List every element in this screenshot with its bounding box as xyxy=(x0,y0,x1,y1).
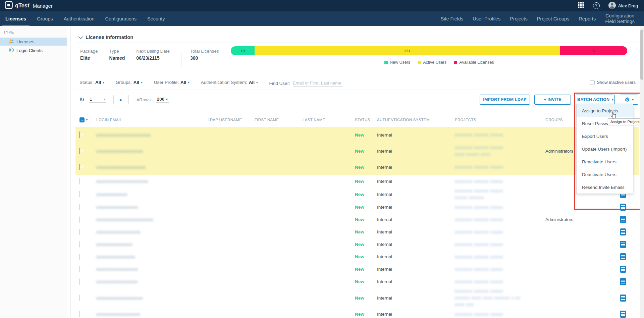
login-email-redacted[interactable]: xxxxxxxxxxxxxxxxxxxxxx xyxy=(96,217,208,222)
filter-user-profile[interactable]: User Profile:All▾ xyxy=(154,80,190,85)
login-email-redacted[interactable]: xxxxxxxxxxxxxxxx xyxy=(96,267,208,272)
row-menu-icon[interactable] xyxy=(620,253,626,260)
apps-grid-icon[interactable] xyxy=(578,2,584,10)
row-menu-icon[interactable] xyxy=(620,216,626,223)
filter-groups[interactable]: Groups:All▾ xyxy=(116,80,143,85)
row-checkbox[interactable] xyxy=(79,229,80,235)
login-email-redacted[interactable]: xxxxxxxxxxxx xyxy=(96,192,208,197)
nav-tab-project-groups[interactable]: Project Groups xyxy=(532,16,574,22)
login-email-redacted[interactable]: xxxxxxxxxxxxxxx xyxy=(96,254,208,259)
row-menu-icon[interactable] xyxy=(620,228,626,235)
settings-gear-button[interactable]: ⚙ ▾ xyxy=(620,95,638,105)
project-link-redacted[interactable]: xxxxxx xxxx xxxx xxxxxx x xx xyxy=(455,295,545,301)
project-link-redacted[interactable]: xxxxxxx xxxxxx xxxxx xyxy=(455,178,545,185)
help-icon[interactable]: ? xyxy=(593,2,600,9)
row-menu-icon[interactable] xyxy=(620,295,626,302)
nav-tab-groups[interactable]: Groups xyxy=(32,11,58,26)
login-email-redacted[interactable]: xxxxxxxxxxxxxxxxx xyxy=(96,312,208,317)
page-number-input[interactable] xyxy=(90,97,104,102)
row-checkbox[interactable] xyxy=(79,278,80,285)
vertical-scrollbar[interactable] xyxy=(640,26,644,318)
row-menu-icon[interactable] xyxy=(620,266,626,273)
sidebar-item-licenses[interactable]: Licenses xyxy=(0,38,67,46)
menu-item-resend-invite-emails[interactable]: Resend Invite Emails xyxy=(577,181,633,194)
invite-button[interactable]: + INVITE xyxy=(534,95,571,105)
find-user-input[interactable] xyxy=(293,80,343,87)
row-menu-icon[interactable] xyxy=(620,241,626,248)
column-header-ldap-username: LDAP USERNAME xyxy=(208,118,255,122)
row-checkbox[interactable] xyxy=(79,131,80,138)
batch-action-button[interactable]: BATCH ACTION ▾ xyxy=(576,95,615,105)
nav-tab-licenses[interactable]: Licenses xyxy=(0,11,32,26)
project-link-redacted[interactable]: xxxxxxx xxxxxx xxxxx xyxy=(455,164,545,170)
import-from-ldap-button[interactable]: IMPORT FROM LDAP xyxy=(480,95,530,105)
row-checkbox[interactable] xyxy=(79,191,80,197)
project-link-redacted[interactable]: xxxxxxx xxxxxx xxxxx xyxy=(455,278,545,285)
row-checkbox[interactable] xyxy=(79,216,80,223)
project-link-redacted[interactable]: xxxxxxx xxxxxx xxxxx xyxy=(455,254,545,260)
filter-authentication-system[interactable]: Authentication System:All▾ xyxy=(201,80,258,85)
login-email-redacted[interactable]: xxxxxxxxxxxxxxxxxx xyxy=(96,296,208,301)
sidebar-item-login-clients[interactable]: Login Clients xyxy=(0,46,67,54)
project-link-redacted[interactable]: xxxx xxx xyxy=(455,301,545,308)
login-email-redacted[interactable]: xxxxxxxxxxxxxxxx xyxy=(96,279,208,284)
row-menu-icon[interactable] xyxy=(620,278,626,285)
project-link-redacted[interactable]: xxxxxxx xxxxxx xxxxx xyxy=(455,241,545,248)
row-checkbox[interactable] xyxy=(79,311,80,317)
nav-tab-configurations[interactable]: Configurations xyxy=(100,11,142,26)
row-checkbox[interactable] xyxy=(79,266,80,272)
nav-tab-configuration-field-settings[interactable]: ConfigurationField Settings xyxy=(600,13,639,24)
show-inactive-checkbox[interactable] xyxy=(590,80,595,85)
select-all-caret-icon[interactable]: ▾ xyxy=(86,118,88,121)
project-link-redacted[interactable]: xxxxxxx xxxxxx xxxxx xyxy=(455,216,545,223)
rows-per-page-select[interactable]: 200 ▾ xyxy=(156,97,169,103)
project-link-redacted[interactable]: xxxxxxx xxxxxx xxxxx xyxy=(455,188,545,194)
project-link-redacted[interactable]: xxxx xxxxx xxxx xyxy=(455,151,545,158)
refresh-icon[interactable]: ↻ xyxy=(79,96,84,103)
row-checkbox[interactable] xyxy=(79,241,80,248)
login-email-redacted[interactable]: xxxxxxxxxxxxxxxxxxx xyxy=(96,165,208,170)
login-email-redacted[interactable]: xxxxxxxxxxxxxxxxx xyxy=(96,229,208,234)
project-link-redacted[interactable]: xxxxxxx xxxxxx xxxxx xyxy=(455,144,545,151)
row-checkbox[interactable] xyxy=(79,178,80,184)
login-email-redacted[interactable]: xxxxxxxxxxxxxx xyxy=(96,242,208,247)
menu-item-export-users[interactable]: Export Users xyxy=(577,130,633,143)
menu-item-deactivate-users[interactable]: Deactivate Users xyxy=(577,168,633,181)
row-checkbox[interactable] xyxy=(79,164,80,170)
login-email-redacted[interactable]: xxxxxxxxxxxxxxxxxxxxx xyxy=(96,132,208,138)
project-link-redacted[interactable]: xxxxxxx xxxxxx xxxxx xyxy=(455,229,545,235)
project-link-redacted[interactable]: xxxxxxx xxxxxx xxxxx xyxy=(455,204,545,211)
user-menu[interactable]: Alex Drag xyxy=(608,2,638,10)
row-menu-icon[interactable] xyxy=(620,311,626,318)
project-link-redacted[interactable]: xxxxx xxxxxx xyxy=(455,194,545,201)
page-caret-icon[interactable]: ▾ xyxy=(104,98,105,101)
login-email-redacted[interactable]: xxxxxxxxxxxxxxxx xyxy=(96,205,208,210)
nav-tab-user-profiles[interactable]: User Profiles xyxy=(468,16,505,22)
project-link-redacted[interactable]: xxxxxxx xxxxxx xxxxx xyxy=(455,288,545,295)
nav-tab-security[interactable]: Security xyxy=(142,11,170,26)
project-link-redacted[interactable]: xxxxxxx xxxxxx xxxxx xyxy=(455,311,545,318)
row-checkbox[interactable] xyxy=(79,254,80,260)
menu-item-reactivate-users[interactable]: Reactivate Users xyxy=(577,155,633,168)
filter-status[interactable]: Status:All▾ xyxy=(79,80,104,85)
scrollbar-thumb[interactable] xyxy=(640,30,643,80)
nav-tab-site-fields[interactable]: Site Fields xyxy=(436,16,468,22)
menu-item-assign-to-projects[interactable]: Assign to Projects xyxy=(577,104,633,117)
next-page-button[interactable]: ▶ xyxy=(113,95,129,104)
filter-label: Status: xyxy=(79,80,94,85)
row-checkbox[interactable] xyxy=(79,295,80,301)
show-inactive-users[interactable]: Show inactive users xyxy=(590,80,636,85)
project-link-redacted[interactable]: xxxxxxx xxxxxx xxxxx xyxy=(455,131,545,138)
project-link-redacted[interactable]: xxxxxxx xxxxxx xxxxx xyxy=(455,266,545,273)
row-checkbox[interactable] xyxy=(79,148,80,154)
row-checkbox[interactable] xyxy=(79,204,80,210)
login-email-redacted[interactable]: xxxxxxxxxxxxxxxxxx xyxy=(96,149,208,154)
row-menu-icon[interactable] xyxy=(620,204,626,211)
select-all-checkbox[interactable] xyxy=(79,117,85,122)
license-info-header[interactable]: License Information xyxy=(75,26,639,43)
login-email-redacted[interactable]: xxxxxxxxxxxxxxxxxxxx xyxy=(96,179,208,184)
nav-tab-reports[interactable]: Reports xyxy=(574,16,600,22)
nav-tab-projects[interactable]: Projects xyxy=(505,16,532,22)
nav-tab-authentication[interactable]: Authentication xyxy=(58,11,100,26)
menu-item-update-users-import[interactable]: Update Users (Import) xyxy=(577,143,633,155)
